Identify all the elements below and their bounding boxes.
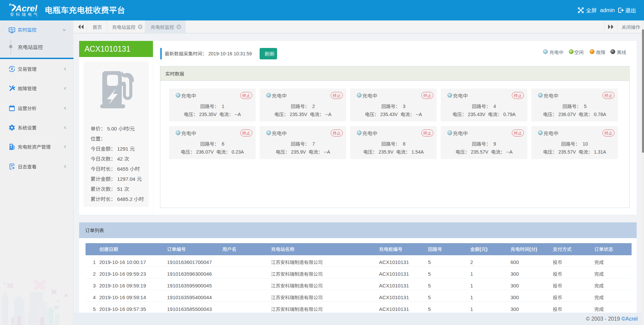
svg-text:¥: ¥ (11, 67, 13, 71)
